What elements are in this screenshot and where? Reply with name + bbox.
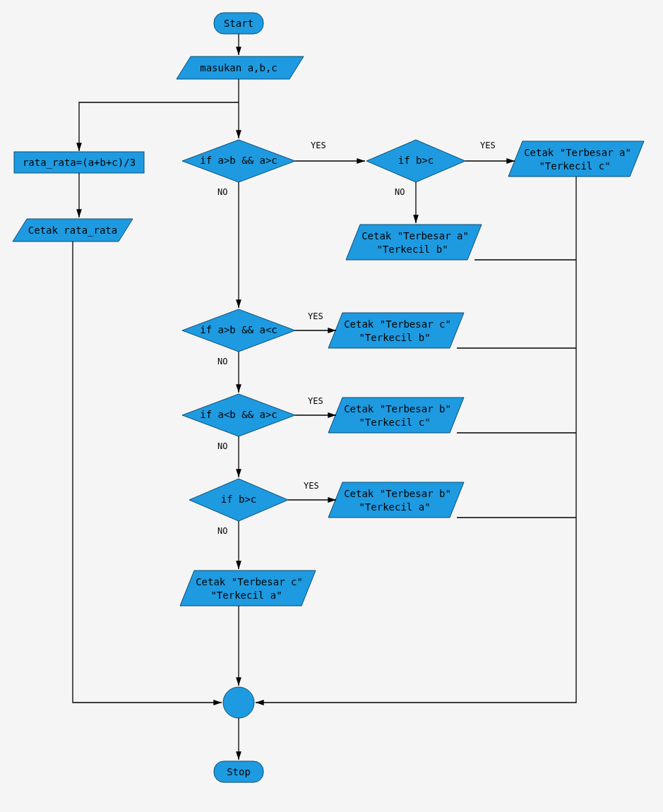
edge-rail-junction	[256, 518, 576, 703]
dec1b-no-label: NO	[395, 187, 405, 197]
output-a-b-line2: "Terkecil b"	[376, 244, 448, 255]
decision-3-label: if a<b && a>c	[200, 409, 277, 420]
dec1b-yes-label: YES	[480, 141, 496, 150]
dec2-no-label: NO	[217, 357, 227, 366]
decision-1b-label: if b>c	[398, 155, 434, 166]
output-c-b-line2: "Terkecil b"	[359, 332, 430, 343]
edge-printavg-junction	[73, 241, 222, 703]
output-c-b-line1: Cetak "Terbesar c"	[344, 318, 451, 330]
edge-input-avg	[79, 102, 239, 151]
output-b-a-line1: Cetak "Terbesar b"	[344, 488, 451, 499]
flowchart-canvas: Start masukan a,b,c rata_rata=(a+b+c)/3 …	[0, 0, 663, 812]
decision-2-label: if a>b && a<c	[200, 324, 277, 335]
stop-label: Stop	[227, 766, 251, 777]
input-label: masukan a,b,c	[200, 62, 277, 73]
dec4-yes-label: YES	[304, 481, 319, 491]
output-c-a-line2: "Terkecil a"	[210, 590, 282, 601]
dec1-yes-label: YES	[311, 141, 326, 150]
output-a-c-line2: "Terkecil c"	[539, 160, 610, 172]
print-avg-label: Cetak rata_rata	[28, 225, 117, 237]
output-a-c-line1: Cetak "Terbesar a"	[524, 147, 631, 158]
output-c-a-line1: Cetak "Terbesar c"	[196, 576, 303, 587]
process-avg-label: rata_rata=(a+b+c)/3	[23, 157, 136, 169]
output-b-a-line2: "Terkecil a"	[359, 501, 430, 513]
junction-node	[223, 687, 254, 718]
dec2-yes-label: YES	[308, 311, 323, 321]
dec1-no-label: NO	[217, 187, 227, 197]
output-b-c-line1: Cetak "Terbesar b"	[344, 403, 451, 414]
output-a-b-line1: Cetak "Terbesar a"	[362, 230, 469, 241]
dec4-no-label: NO	[217, 526, 227, 536]
output-b-c-line2: "Terkecil c"	[359, 417, 430, 428]
start-label: Start	[224, 18, 253, 29]
decision-4-label: if b>c	[221, 494, 257, 505]
dec3-yes-label: YES	[308, 396, 323, 406]
dec3-no-label: NO	[217, 441, 227, 451]
decision-1-label: if a>b && a>c	[200, 155, 277, 166]
